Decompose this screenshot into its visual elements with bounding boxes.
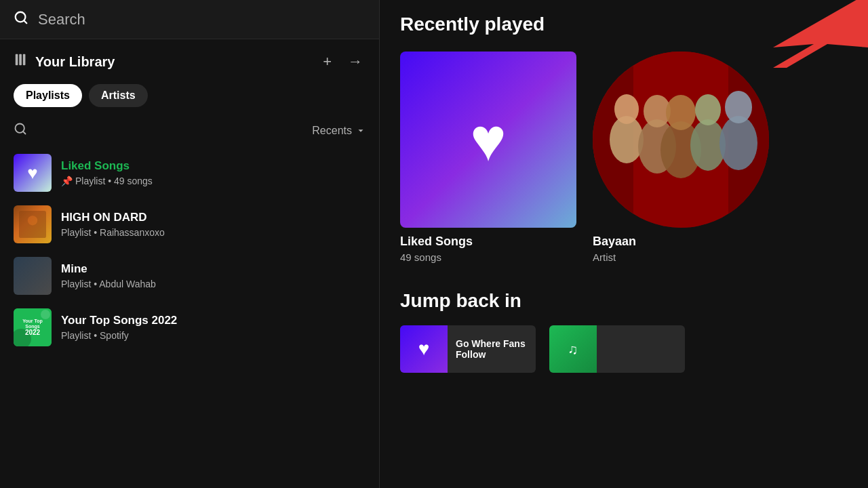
pill-playlists[interactable]: Playlists — [14, 84, 82, 107]
list-item[interactable]: Mine Playlist • Abdul Wahab — [0, 250, 379, 302]
big-heart-icon: ♥ — [470, 105, 506, 175]
liked-songs-card-thumb: ♥ — [400, 52, 576, 228]
liked-songs-card-sub: 49 songs — [400, 251, 576, 263]
top-songs-info: Your Top Songs 2022 Playlist • Spotify — [61, 314, 177, 341]
svg-line-6 — [23, 131, 26, 134]
search-icon — [14, 10, 28, 29]
svg-point-19 — [666, 95, 696, 130]
mine-thumb — [14, 257, 52, 295]
bayaan-card[interactable]: Bayaan Artist — [593, 52, 769, 263]
list-item[interactable]: Your Top Songs 2022 Your Top Songs 2022 … — [0, 302, 379, 353]
sidebar: Your Library + → Playlists Artists Recen… — [0, 0, 380, 488]
recents-button[interactable]: Recents — [312, 125, 366, 137]
jump-thumb: ♥ — [400, 325, 448, 373]
jump-back-row: ♥ Go Where Fans Follow ♫ — [400, 325, 848, 373]
recently-played-title: Recently played — [400, 14, 848, 35]
filter-pills: Playlists Artists — [0, 84, 379, 117]
jump-back-card[interactable]: ♥ Go Where Fans Follow — [400, 325, 536, 373]
search-bar[interactable] — [0, 0, 379, 39]
high-on-dard-thumb — [14, 205, 52, 243]
list-item[interactable]: HIGH ON DARD Playlist • Raihassanxoxo — [0, 199, 379, 250]
svg-point-21 — [695, 94, 721, 125]
svg-point-15 — [614, 94, 639, 124]
library-search-icon[interactable] — [14, 122, 27, 139]
small-heart-icon: ♥ — [418, 338, 430, 360]
bayaan-card-thumb — [593, 52, 769, 228]
jump-label: Go Where Fans Follow — [448, 338, 536, 360]
playlist-meta: Playlist • Raihassanxoxo — [61, 227, 165, 238]
svg-rect-4 — [23, 54, 26, 66]
jump-thumb-2: ♫ — [549, 325, 597, 373]
mine-info: Mine Playlist • Abdul Wahab — [61, 262, 156, 289]
liked-songs-info: Liked Songs 📌 Playlist • 49 songs — [61, 159, 153, 186]
playlist-list: ♥ Liked Songs 📌 Playlist • 49 songs HIGH… — [0, 147, 379, 488]
svg-point-22 — [719, 116, 757, 170]
main-content: Recently played ♥ Liked Songs 49 songs — [380, 0, 868, 488]
svg-rect-2 — [16, 54, 18, 66]
pin-icon: 📌 — [61, 176, 73, 186]
bayaan-card-name: Bayaan — [593, 235, 769, 249]
library-header: Your Library + → — [0, 39, 379, 84]
high-on-dard-info: HIGH ON DARD Playlist • Raihassanxoxo — [61, 211, 165, 238]
liked-songs-card-name: Liked Songs — [400, 235, 576, 249]
pill-artists[interactable]: Artists — [89, 84, 148, 107]
library-icon — [14, 52, 28, 71]
jump-back-title: Jump back in — [400, 290, 848, 312]
svg-point-8 — [28, 216, 37, 225]
playlist-name: Your Top Songs 2022 — [61, 314, 177, 327]
expand-library-button[interactable]: → — [345, 50, 366, 73]
playlist-meta: Playlist • Spotify — [61, 330, 177, 341]
playlist-meta: Playlist • Abdul Wahab — [61, 279, 156, 289]
search-input[interactable] — [38, 11, 366, 28]
recents-label: Recents — [312, 125, 352, 137]
top-songs-thumb: Your Top Songs 2022 — [14, 308, 52, 346]
library-actions: + → — [320, 50, 366, 73]
playlist-name: Liked Songs — [61, 159, 153, 173]
svg-line-1 — [24, 20, 26, 23]
svg-point-23 — [725, 91, 752, 123]
liked-songs-card[interactable]: ♥ Liked Songs 49 songs — [400, 52, 576, 263]
bayaan-card-sub: Artist — [593, 251, 769, 263]
library-title: Your Library — [35, 54, 313, 70]
recently-played-cards: ♥ Liked Songs 49 songs — [400, 52, 848, 263]
playlist-name: Mine — [61, 262, 156, 276]
svg-rect-3 — [19, 54, 22, 66]
jump-back-card[interactable]: ♫ — [549, 325, 685, 373]
liked-songs-thumb: ♥ — [14, 154, 52, 192]
add-library-button[interactable]: + — [320, 50, 334, 73]
list-item[interactable]: ♥ Liked Songs 📌 Playlist • 49 songs — [0, 147, 379, 199]
playlist-meta: 📌 Playlist • 49 songs — [61, 176, 153, 186]
heart-icon: ♥ — [27, 163, 37, 184]
library-filter-row: Recents — [0, 117, 379, 147]
playlist-name: HIGH ON DARD — [61, 211, 165, 224]
